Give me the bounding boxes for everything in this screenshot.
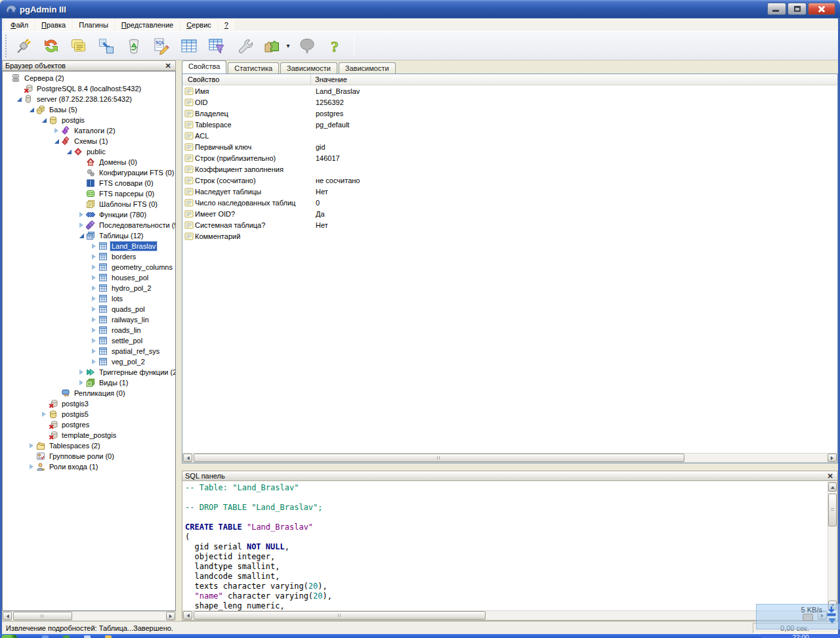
scroll-right-button[interactable]: [166, 612, 175, 620]
expand-arrow-icon[interactable]: [77, 379, 86, 387]
tree-item-домены-0[interactable]: Домены (0): [3, 157, 175, 167]
menu-file[interactable]: Файл: [5, 20, 34, 30]
view-data-button[interactable]: [177, 33, 201, 58]
vertical-splitter[interactable]: [176, 60, 182, 621]
expand-down-icon[interactable]: [828, 618, 836, 627]
expand-arrow-icon[interactable]: [90, 242, 98, 250]
property-row-число-наследованных-таблиц[interactable]: Число наследованных таблиц0: [182, 197, 837, 208]
tree-item-template-postgis[interactable]: template_postgis: [3, 430, 175, 440]
tree-item-postgis[interactable]: postgis: [3, 115, 175, 125]
tab-свойства-0[interactable]: Свойства: [182, 60, 226, 74]
tree-item-postgres[interactable]: postgres: [3, 419, 175, 430]
tab-статистика-1[interactable]: Статистика: [228, 62, 279, 74]
tab-зависимости-3[interactable]: Зависимости: [339, 62, 396, 74]
expand-arrow-icon[interactable]: [77, 211, 86, 219]
sql-horizontal-scrollbar[interactable]: [182, 610, 828, 620]
expand-arrow-icon[interactable]: [77, 221, 86, 229]
expand-arrow-icon[interactable]: [77, 368, 86, 376]
expand-arrow-icon[interactable]: [90, 316, 98, 324]
tree-item-railways-lin[interactable]: railways_lin: [3, 314, 175, 325]
property-row-владелец[interactable]: Владелецpostgres: [182, 108, 837, 119]
tree-item-групповые-роли-0[interactable]: Групповые роли (0): [3, 451, 175, 461]
tree-item-public[interactable]: public: [3, 146, 175, 157]
tree-item-схемы-1[interactable]: Схемы (1): [3, 136, 175, 146]
tree-item-триггерные-функции-2[interactable]: Триггерные функции (2): [3, 367, 175, 377]
expand-arrow-icon[interactable]: [90, 347, 98, 355]
object-browser-close-button[interactable]: ✕: [163, 62, 173, 70]
query-tool-button[interactable]: SQL: [149, 33, 174, 58]
property-row-строк-сосчитано[interactable]: Строк (сосчитано)не сосчитано: [182, 175, 837, 186]
connect-button[interactable]: [11, 33, 36, 58]
expand-arrow-icon[interactable]: [90, 274, 98, 282]
tree-item-postgis3[interactable]: postgis3: [3, 398, 175, 409]
guru-hints-button[interactable]: [295, 33, 320, 58]
property-row-имя[interactable]: ИмяLand_Braslav: [182, 85, 837, 96]
tree-item-последовательности-9[interactable]: Последовательности (9): [3, 220, 175, 230]
tree-item-функции-780[interactable]: Функции (780): [3, 209, 175, 220]
property-row-системная-таблица[interactable]: Системная таблица?Нет: [182, 219, 837, 230]
plugins-button[interactable]: [259, 33, 284, 58]
minimize-button[interactable]: [767, 3, 786, 15]
property-row-tablespace[interactable]: Tablespacepg_default: [182, 119, 837, 130]
sql-vertical-scrollbar[interactable]: [828, 482, 837, 610]
tree-item-lots[interactable]: lots: [3, 293, 175, 304]
menu-plugins[interactable]: Плагины: [73, 20, 114, 30]
tree-item-шаблоны-fts-0[interactable]: Шаблоны FTS (0): [3, 199, 175, 209]
property-row-комментарий[interactable]: Комментарий: [182, 230, 837, 242]
tree-item-veg-pol-2[interactable]: veg_pol_2: [3, 356, 175, 367]
taskbar-item[interactable]: [63, 635, 70, 638]
title-bar[interactable]: pgAdmin III: [0, 0, 840, 18]
start-button[interactable]: [1, 635, 17, 638]
scroll-thumb[interactable]: [194, 454, 684, 462]
tree-item-fts-парсеры-0[interactable]: FTS парсеры (0): [3, 188, 175, 199]
expand-arrow-icon[interactable]: [40, 410, 49, 418]
tree-item-quads-pol[interactable]: quads_pol: [3, 304, 175, 314]
tree-item-houses-pol[interactable]: houses_pol: [3, 272, 175, 283]
expand-arrow-icon[interactable]: [90, 253, 98, 261]
tree-item-виды-1[interactable]: Виды (1): [3, 377, 175, 388]
tree-item-postgis5[interactable]: postgis5: [3, 409, 175, 419]
menu-view[interactable]: Представление: [116, 20, 179, 30]
menu-edit[interactable]: Правка: [35, 20, 72, 30]
expand-arrow-icon[interactable]: [90, 263, 98, 271]
collapse-arrow-icon[interactable]: [28, 106, 36, 114]
collapse-arrow-icon[interactable]: [40, 116, 49, 124]
tree-item-репликация-0[interactable]: Репликация (0): [3, 388, 175, 398]
expand-arrow-icon[interactable]: [90, 295, 98, 303]
collapse-arrow-icon[interactable]: [65, 148, 74, 156]
refresh-button[interactable]: [39, 33, 64, 58]
property-row-наследует-таблицы[interactable]: Наследует таблицыНет: [182, 186, 837, 197]
tree-item-server-87-252-238-126-5432[interactable]: server (87.252.238.126:5432): [3, 94, 175, 104]
tree-item-таблицы-12[interactable]: Таблицы (12): [3, 230, 175, 241]
tree-item-роли-входа-1[interactable]: Роли входа (1): [3, 461, 175, 472]
scroll-up-button[interactable]: [828, 482, 837, 492]
tree-item-fts-словари-0[interactable]: FTS словари (0): [3, 178, 175, 188]
tree-item-settle-pol[interactable]: settle_pol: [3, 335, 175, 346]
create-object-button[interactable]: [94, 33, 119, 58]
expand-arrow-icon[interactable]: [90, 358, 98, 366]
sql-code[interactable]: -- Table: "Land_Braslav" -- DROP TABLE "…: [183, 482, 827, 610]
horizontal-splitter[interactable]: [182, 463, 838, 471]
collapse-arrow-icon[interactable]: [77, 232, 86, 240]
expand-arrow-icon[interactable]: [90, 337, 98, 345]
menu-help[interactable]: ?: [219, 20, 234, 30]
column-header-value[interactable]: Значение: [311, 74, 837, 85]
property-row-acl[interactable]: ACL: [182, 130, 837, 141]
tree-item-каталоги-2[interactable]: Каталоги (2): [3, 125, 175, 136]
scroll-left-button[interactable]: [183, 611, 192, 620]
expand-arrow-icon[interactable]: [90, 305, 98, 313]
expand-arrow-icon[interactable]: [52, 127, 61, 135]
tree-item-базы-5[interactable]: Базы (5): [3, 104, 175, 115]
scroll-left-button[interactable]: [3, 612, 12, 620]
property-row-имеет-oid[interactable]: Имеет OID?Да: [182, 208, 837, 219]
property-row-oid[interactable]: OID1256392: [182, 96, 837, 108]
scroll-right-button[interactable]: [828, 454, 837, 462]
tree-item-сервера-2[interactable]: Сервера (2): [3, 73, 175, 83]
taskbar-item[interactable]: [42, 635, 49, 638]
help-button[interactable]: ?: [322, 33, 347, 58]
tree-item-land-braslav[interactable]: Land_Braslav: [3, 241, 175, 251]
property-row-первичный-ключ[interactable]: Первичный ключgid: [182, 141, 837, 152]
expand-arrow-icon[interactable]: [28, 463, 36, 471]
tree-item-tablespaces-2[interactable]: Tablespaces (2): [3, 440, 175, 451]
tree-item-postgresql-8-4-localhost-5432[interactable]: PostgreSQL 8.4 (localhost:5432): [3, 83, 175, 94]
